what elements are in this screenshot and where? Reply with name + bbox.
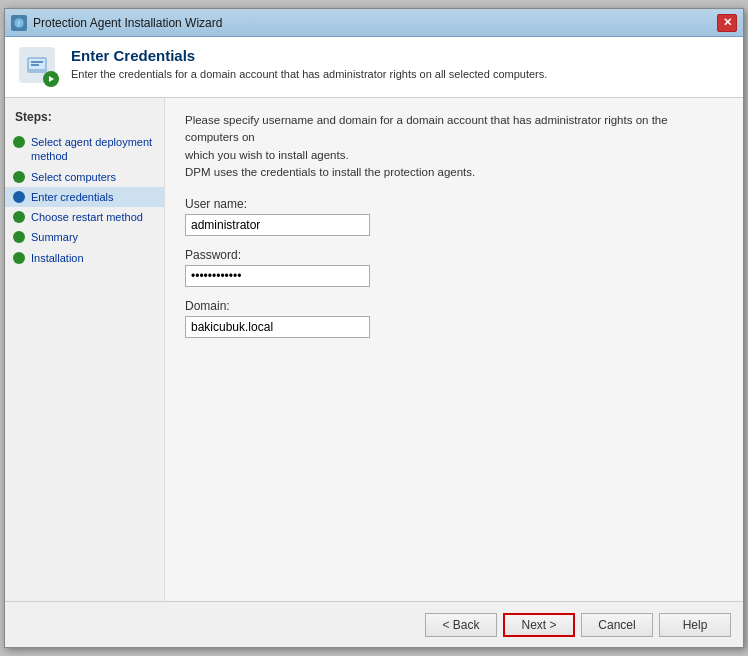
- sidebar-item-summary[interactable]: Summary: [5, 227, 164, 247]
- sidebar-item-enter-credentials[interactable]: Enter credentials: [5, 187, 164, 207]
- step-label-choose-restart: Choose restart method: [31, 210, 143, 224]
- step-dot-summary: [13, 231, 25, 243]
- svg-rect-5: [31, 64, 39, 66]
- step-label-installation: Installation: [31, 251, 84, 265]
- title-bar: ! Protection Agent Installation Wizard ✕: [5, 9, 743, 37]
- description-text: Please specify username and domain for a…: [185, 112, 723, 181]
- header-icon: [19, 47, 59, 87]
- next-button[interactable]: Next >: [503, 613, 575, 637]
- step-label-select-agent: Select agent deployment method: [31, 135, 156, 164]
- svg-marker-6: [49, 76, 54, 82]
- username-label: User name:: [185, 197, 723, 211]
- step-dot-choose-restart: [13, 211, 25, 223]
- title-bar-text: Protection Agent Installation Wizard: [33, 16, 222, 30]
- svg-text:!: !: [18, 20, 20, 27]
- sidebar-item-choose-restart[interactable]: Choose restart method: [5, 207, 164, 227]
- help-button[interactable]: Help: [659, 613, 731, 637]
- password-input[interactable]: [185, 265, 370, 287]
- header-section: Enter Credentials Enter the credentials …: [5, 37, 743, 98]
- step-label-summary: Summary: [31, 230, 78, 244]
- close-button[interactable]: ✕: [717, 14, 737, 32]
- step-dot-enter-credentials: [13, 191, 25, 203]
- cancel-button[interactable]: Cancel: [581, 613, 653, 637]
- domain-group: Domain:: [185, 299, 723, 338]
- sidebar-item-installation[interactable]: Installation: [5, 248, 164, 268]
- back-button[interactable]: < Back: [425, 613, 497, 637]
- steps-label: Steps:: [5, 108, 164, 132]
- wizard-window: ! Protection Agent Installation Wizard ✕…: [4, 8, 744, 648]
- password-group: Password:: [185, 248, 723, 287]
- step-dot-select-agent: [13, 136, 25, 148]
- app-icon: !: [11, 15, 27, 31]
- step-dot-installation: [13, 252, 25, 264]
- domain-input[interactable]: [185, 316, 370, 338]
- sidebar-item-select-agent-deployment[interactable]: Select agent deployment method: [5, 132, 164, 167]
- footer: < Back Next > Cancel Help: [5, 601, 743, 647]
- step-label-enter-credentials: Enter credentials: [31, 190, 114, 204]
- username-group: User name:: [185, 197, 723, 236]
- step-dot-select-computers: [13, 171, 25, 183]
- domain-label: Domain:: [185, 299, 723, 313]
- sidebar-item-select-computers[interactable]: Select computers: [5, 167, 164, 187]
- play-icon: [43, 71, 59, 87]
- main-content: Please specify username and domain for a…: [165, 98, 743, 601]
- header-subtitle: Enter the credentials for a domain accou…: [71, 68, 547, 80]
- step-label-select-computers: Select computers: [31, 170, 116, 184]
- sidebar: Steps: Select agent deployment method Se…: [5, 98, 165, 601]
- header-title: Enter Credentials: [71, 47, 547, 64]
- svg-rect-4: [31, 61, 43, 63]
- content-area: Steps: Select agent deployment method Se…: [5, 98, 743, 601]
- password-label: Password:: [185, 248, 723, 262]
- username-input[interactable]: [185, 214, 370, 236]
